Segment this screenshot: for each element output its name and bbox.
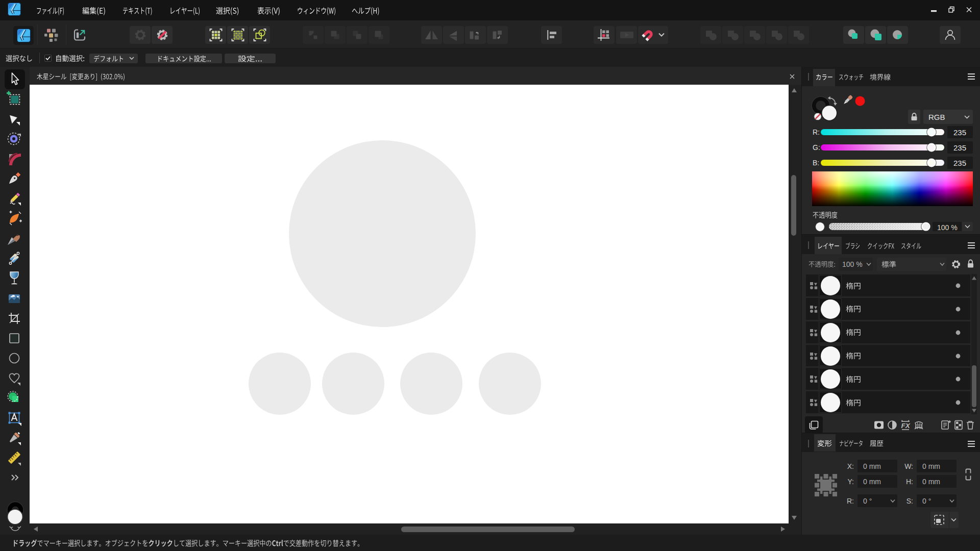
svg-text:FX: FX: [901, 422, 911, 430]
